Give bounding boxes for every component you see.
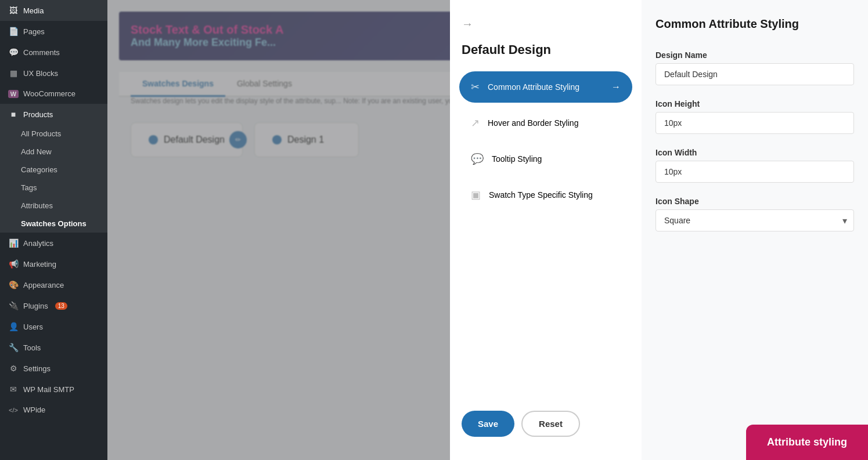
nav-item-tooltip[interactable]: 💬 Tooltip Styling: [459, 143, 632, 175]
sidebar-item-products[interactable]: ■ Products: [0, 104, 107, 125]
settings-title: Common Attribute Styling: [655, 17, 854, 31]
sidebar-item-marketing[interactable]: 📢 Marketing: [0, 253, 107, 274]
sidebar-item-settings[interactable]: ⚙ Settings: [0, 358, 107, 379]
sidebar-item-woocommerce[interactable]: W WooCommerce: [0, 84, 107, 104]
label-icon-shape: Icon Shape: [655, 197, 854, 206]
sidebar-item-plugins[interactable]: 🔌 Plugins 13: [0, 295, 107, 316]
tooltip-icon: 💬: [471, 153, 484, 165]
nav-label-swatch: Swatch Type Specific Styling: [489, 190, 593, 200]
sidebar-label-users: Users: [23, 323, 43, 331]
sidebar-label-woocommerce: WooCommerce: [23, 89, 75, 98]
products-submenu: All Products Add New Categories Tags Att…: [0, 125, 107, 233]
form-group-icon-shape: Icon Shape Square Circle Rounded: [655, 197, 854, 231]
sidebar-sub-add-new[interactable]: Add New: [0, 143, 107, 161]
reset-button[interactable]: Reset: [521, 411, 580, 437]
sidebar-item-ux-blocks[interactable]: ▦ UX Blocks: [0, 63, 107, 84]
nav-item-hover-border[interactable]: ↗ Hover and Border Styling: [459, 107, 632, 139]
sidebar-label-plugins: Plugins: [23, 302, 48, 310]
input-icon-width[interactable]: [655, 161, 854, 183]
label-icon-height: Icon Height: [655, 99, 854, 108]
marketing-icon: 📢: [8, 259, 19, 269]
comments-icon: 💬: [8, 48, 19, 57]
sidebar-label-wpide: WPide: [23, 405, 45, 414]
input-design-name[interactable]: [655, 63, 854, 85]
swatch-icon: ▣: [471, 189, 481, 201]
wpide-icon: </>: [8, 407, 19, 414]
hover-icon: ↗: [471, 117, 480, 129]
label-design-name: Design Name: [655, 50, 854, 60]
plugins-badge: 13: [55, 302, 67, 310]
tools-icon: 🔧: [8, 343, 19, 352]
ux-blocks-icon: ▦: [8, 68, 19, 78]
overlay-nav-panel: → Default Design ✂ Common Attribute Styl…: [450, 0, 642, 460]
form-group-design-name: Design Name: [655, 50, 854, 85]
select-wrapper-icon-shape: Square Circle Rounded: [655, 209, 854, 231]
sidebar-label-settings: Settings: [23, 364, 51, 373]
sidebar-item-pages[interactable]: 📄 Pages: [0, 21, 107, 42]
overlay-settings-panel: Common Attribute Styling Design Name Ico…: [642, 0, 868, 460]
form-group-icon-width: Icon Width: [655, 148, 854, 183]
attribute-styling-button[interactable]: Attribute styling: [746, 425, 868, 460]
sidebar-sub-tags[interactable]: Tags: [0, 179, 107, 197]
sidebar-item-analytics[interactable]: 📊 Analytics: [0, 233, 107, 253]
sidebar-item-users[interactable]: 👤 Users: [0, 316, 107, 337]
wp-mail-smtp-icon: ✉: [8, 385, 19, 394]
sidebar: 🖼 Media 📄 Pages 💬 Comments ▦ UX Blocks W…: [0, 0, 107, 460]
nav-label-hover: Hover and Border Styling: [488, 118, 578, 128]
sidebar-label-media: Media: [23, 6, 44, 15]
sidebar-label-ux-blocks: UX Blocks: [23, 69, 58, 78]
sidebar-label-marketing: Marketing: [23, 260, 56, 269]
select-icon-shape[interactable]: Square Circle Rounded: [655, 209, 854, 231]
sidebar-label-analytics: Analytics: [23, 239, 53, 248]
media-icon: 🖼: [8, 6, 19, 15]
pages-icon: 📄: [8, 27, 19, 36]
sidebar-item-media[interactable]: 🖼 Media: [0, 0, 107, 21]
sidebar-label-appearance: Appearance: [23, 281, 64, 289]
sidebar-label-wp-mail-smtp: WP Mail SMTP: [23, 385, 74, 394]
sidebar-sub-categories[interactable]: Categories: [0, 161, 107, 179]
input-icon-height[interactable]: [655, 112, 854, 134]
nav-item-swatch-type[interactable]: ▣ Swatch Type Specific Styling: [459, 179, 632, 211]
overlay-header: →: [450, 12, 642, 42]
scissors-icon: ✂: [471, 81, 480, 93]
nav-arrow-icon: →: [611, 82, 621, 92]
appearance-icon: 🎨: [8, 280, 19, 289]
sidebar-item-appearance[interactable]: 🎨 Appearance: [0, 274, 107, 295]
sidebar-sub-swatches-options[interactable]: Swatches Options: [0, 215, 107, 233]
form-group-icon-height: Icon Height: [655, 99, 854, 134]
overlay-buttons: Save Reset: [450, 399, 642, 448]
nav-label-tooltip: Tooltip Styling: [492, 154, 542, 164]
overlay-title: Default Design: [450, 42, 642, 69]
users-icon: 👤: [8, 322, 19, 331]
settings-icon: ⚙: [8, 364, 19, 373]
sidebar-label-tools: Tools: [23, 343, 41, 352]
main-area: Stock Text & Out of Stock A And Many Mor…: [107, 0, 868, 460]
overlay-spacer: [107, 0, 450, 460]
nav-label-common: Common Attribute Styling: [488, 82, 579, 92]
plugins-icon: 🔌: [8, 301, 19, 310]
overlay: → Default Design ✂ Common Attribute Styl…: [107, 0, 868, 460]
sidebar-item-tools[interactable]: 🔧 Tools: [0, 337, 107, 358]
sidebar-label-pages: Pages: [23, 27, 45, 36]
sidebar-sub-attributes[interactable]: Attributes: [0, 197, 107, 215]
sidebar-sub-all-products[interactable]: All Products: [0, 125, 107, 143]
sidebar-item-wp-mail-smtp[interactable]: ✉ WP Mail SMTP: [0, 379, 107, 400]
analytics-icon: 📊: [8, 238, 19, 248]
products-icon: ■: [8, 110, 19, 119]
sidebar-item-comments[interactable]: 💬 Comments: [0, 42, 107, 63]
sidebar-label-comments: Comments: [23, 48, 60, 57]
label-icon-width: Icon Width: [655, 148, 854, 157]
woocommerce-icon: W: [8, 90, 19, 98]
sidebar-item-wpide[interactable]: </> WPide: [0, 400, 107, 420]
nav-item-common-attribute[interactable]: ✂ Common Attribute Styling →: [459, 71, 632, 103]
back-arrow-icon[interactable]: →: [462, 17, 473, 31]
save-button[interactable]: Save: [462, 411, 514, 437]
sidebar-label-products: Products: [23, 110, 53, 119]
